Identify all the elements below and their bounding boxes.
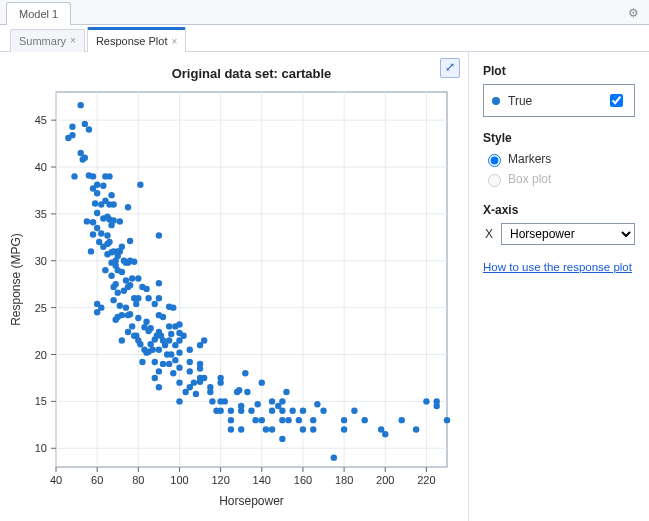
xaxis-select[interactable]: Horsepower <box>501 223 635 245</box>
svg-text:Horsepower: Horsepower <box>219 494 284 508</box>
svg-point-241 <box>269 426 275 432</box>
tab-summary-label: Summary <box>19 30 66 52</box>
svg-point-191 <box>172 357 178 363</box>
svg-text:100: 100 <box>170 474 188 486</box>
svg-point-103 <box>110 217 116 223</box>
legend-visibility-checkbox[interactable] <box>610 94 623 107</box>
close-icon[interactable]: × <box>171 32 177 51</box>
svg-point-260 <box>341 426 347 432</box>
expand-icon[interactable]: ⤢ <box>440 58 460 78</box>
close-icon[interactable]: × <box>70 30 76 52</box>
svg-point-203 <box>187 347 193 353</box>
tab-summary[interactable]: Summary × <box>10 29 85 52</box>
plot-header: Plot <box>483 64 635 78</box>
svg-point-120 <box>119 269 125 275</box>
svg-text:10: 10 <box>35 442 47 454</box>
style-radio-markers[interactable] <box>488 154 501 167</box>
svg-point-128 <box>125 204 131 210</box>
svg-point-71 <box>90 173 96 179</box>
svg-text:25: 25 <box>35 302 47 314</box>
svg-point-250 <box>289 408 295 414</box>
svg-text:220: 220 <box>417 474 435 486</box>
svg-point-214 <box>201 375 207 381</box>
svg-point-149 <box>137 341 143 347</box>
svg-point-235 <box>252 417 258 423</box>
tab-model-1[interactable]: Model 1 <box>6 2 71 25</box>
svg-point-185 <box>166 361 172 367</box>
svg-point-211 <box>197 361 203 367</box>
svg-point-137 <box>129 275 135 281</box>
svg-point-226 <box>228 417 234 423</box>
gear-icon[interactable]: ⚙ <box>628 6 639 20</box>
svg-point-90 <box>104 232 110 238</box>
svg-point-155 <box>143 318 149 324</box>
svg-point-74 <box>94 190 100 196</box>
svg-point-88 <box>102 267 108 273</box>
svg-text:35: 35 <box>35 208 47 220</box>
svg-point-65 <box>86 126 92 132</box>
svg-text:Original data set: cartable: Original data set: cartable <box>172 66 332 81</box>
svg-text:20: 20 <box>35 349 47 361</box>
svg-point-106 <box>110 297 116 303</box>
svg-point-177 <box>160 314 166 320</box>
svg-point-206 <box>191 379 197 385</box>
svg-point-233 <box>244 389 250 395</box>
svg-point-199 <box>176 398 182 404</box>
svg-point-142 <box>133 301 139 307</box>
svg-point-73 <box>94 182 100 188</box>
svg-point-170 <box>156 295 162 301</box>
svg-text:80: 80 <box>132 474 144 486</box>
svg-point-265 <box>399 417 405 423</box>
response-scatter-plot: 4060801001201401601802002201015202530354… <box>4 60 459 515</box>
svg-point-166 <box>152 375 158 381</box>
plot-options-panel: Plot True Style Markers Box plot X-axis … <box>469 52 649 521</box>
svg-point-196 <box>176 349 182 355</box>
svg-point-262 <box>361 417 367 423</box>
svg-point-237 <box>259 379 265 385</box>
svg-point-122 <box>119 337 125 343</box>
svg-point-121 <box>119 312 125 318</box>
svg-point-223 <box>222 398 228 404</box>
svg-point-81 <box>98 230 104 236</box>
style-radio-boxplot <box>488 174 501 187</box>
svg-point-242 <box>269 398 275 404</box>
svg-text:160: 160 <box>294 474 312 486</box>
svg-text:30: 30 <box>35 255 47 267</box>
svg-point-252 <box>300 426 306 432</box>
svg-point-67 <box>88 248 94 254</box>
svg-point-189 <box>170 370 176 376</box>
svg-point-163 <box>152 301 158 307</box>
svg-point-116 <box>117 218 123 224</box>
svg-point-255 <box>310 417 316 423</box>
svg-text:120: 120 <box>211 474 229 486</box>
svg-point-184 <box>166 337 172 343</box>
svg-point-82 <box>98 304 104 310</box>
svg-point-57 <box>69 123 75 129</box>
svg-point-213 <box>201 337 207 343</box>
svg-point-267 <box>423 398 429 404</box>
svg-point-240 <box>269 408 275 414</box>
svg-point-70 <box>90 231 96 237</box>
svg-point-109 <box>112 281 118 287</box>
legend-marker-icon <box>492 97 500 105</box>
svg-point-138 <box>129 323 135 329</box>
legend-box: True <box>483 84 635 117</box>
svg-point-259 <box>341 417 347 423</box>
svg-point-127 <box>123 304 129 310</box>
svg-text:45: 45 <box>35 114 47 126</box>
svg-point-197 <box>176 364 182 370</box>
style-option-markers[interactable]: Markers <box>483 151 635 167</box>
svg-point-264 <box>382 431 388 437</box>
svg-point-114 <box>115 289 121 295</box>
tab-response-plot[interactable]: Response Plot × <box>87 27 186 52</box>
svg-point-234 <box>248 408 254 414</box>
svg-point-96 <box>106 239 112 245</box>
svg-point-239 <box>263 426 269 432</box>
svg-point-217 <box>209 398 215 404</box>
svg-point-183 <box>166 323 172 329</box>
svg-point-175 <box>156 384 162 390</box>
svg-point-69 <box>90 219 96 225</box>
svg-point-230 <box>238 426 244 432</box>
help-link[interactable]: How to use the response plot <box>483 261 632 273</box>
svg-point-139 <box>131 258 137 264</box>
